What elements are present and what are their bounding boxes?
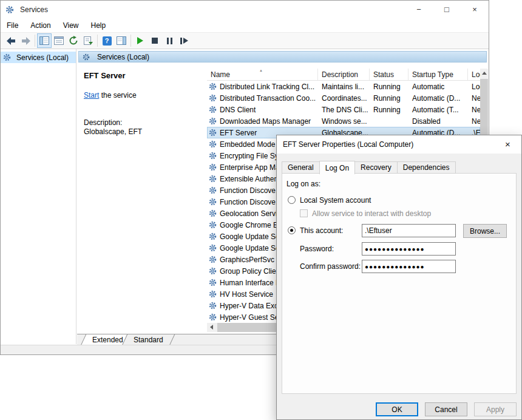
tab-standard[interactable]: Standard bbox=[122, 334, 175, 345]
pane-header-title: Services (Local) bbox=[97, 53, 149, 61]
this-account-radio[interactable] bbox=[288, 226, 296, 234]
toolbar-separator bbox=[35, 35, 35, 47]
service-gear-icon bbox=[209, 209, 217, 217]
service-name: Hyper-V Guest Se... bbox=[220, 313, 285, 322]
show-console-tree-button[interactable] bbox=[37, 33, 52, 48]
column-header-description[interactable]: Description bbox=[318, 69, 370, 80]
column-header-status[interactable]: Status bbox=[370, 69, 408, 80]
service-gear-icon bbox=[209, 83, 217, 90]
tab-general[interactable]: General bbox=[282, 161, 320, 174]
service-row[interactable]: Distributed Transaction Coo... Coordinat… bbox=[207, 92, 480, 104]
tab-log-on[interactable]: Log On bbox=[319, 161, 355, 174]
service-name: Distributed Link Tracking Cl... bbox=[220, 83, 314, 91]
start-service-suffix: the service bbox=[99, 91, 136, 100]
service-gear-icon bbox=[209, 221, 217, 229]
back-button[interactable] bbox=[4, 33, 18, 48]
service-log-on-as: Loc... bbox=[468, 81, 480, 92]
service-name: HV Host Service bbox=[220, 290, 273, 299]
start-service-button[interactable] bbox=[133, 33, 147, 48]
cancel-button[interactable]: Cancel bbox=[425, 402, 467, 416]
interact-with-desktop-label: Allow service to interact with desktop bbox=[312, 209, 431, 218]
menu-file[interactable]: File bbox=[1, 19, 24, 32]
column-header-startup-type[interactable]: Startup Type bbox=[408, 69, 468, 80]
service-status: Running bbox=[370, 81, 408, 92]
ok-button[interactable]: OK bbox=[376, 402, 418, 416]
log-on-tab-page bbox=[282, 173, 517, 394]
maximize-button[interactable]: □ bbox=[433, 1, 461, 18]
service-name: Function Discove... bbox=[220, 198, 282, 206]
service-gear-icon bbox=[209, 94, 217, 102]
restart-icon bbox=[180, 38, 188, 44]
service-gear-icon bbox=[209, 302, 217, 310]
service-name: Encrypting File Sy... bbox=[220, 152, 284, 160]
menu-action[interactable]: Action bbox=[24, 19, 56, 32]
dialog-titlebar[interactable]: EFT Server Properties (Local Computer) × bbox=[277, 135, 521, 154]
service-gear-icon bbox=[209, 186, 217, 194]
scroll-left-icon bbox=[210, 325, 213, 330]
refresh-button[interactable] bbox=[66, 33, 81, 48]
export-list-button[interactable] bbox=[81, 33, 95, 48]
service-name: Function Discove... bbox=[220, 186, 282, 195]
service-gear-icon bbox=[209, 198, 217, 206]
browse-button[interactable]: Browse... bbox=[463, 224, 507, 238]
menu-view[interactable]: View bbox=[57, 19, 85, 32]
service-startup-type: Automatic bbox=[408, 81, 468, 92]
services-node-icon bbox=[3, 53, 12, 61]
interact-with-desktop-checkbox bbox=[300, 209, 308, 217]
service-log-on-as: Net... bbox=[468, 104, 480, 115]
tree-item-services-local[interactable]: Services (Local) bbox=[1, 52, 76, 63]
dialog-close-button[interactable]: × bbox=[494, 135, 521, 153]
service-startup-type: Disabled bbox=[408, 115, 468, 127]
menu-help[interactable]: Help bbox=[85, 19, 112, 32]
properties-button[interactable] bbox=[52, 33, 66, 48]
service-gear-icon bbox=[209, 244, 217, 252]
sort-ascending-icon: ▲ bbox=[259, 69, 263, 72]
local-system-account-radio[interactable] bbox=[288, 196, 296, 204]
dialog-title: EFT Server Properties (Local Computer) bbox=[283, 140, 413, 149]
tab-recovery[interactable]: Recovery bbox=[355, 161, 398, 174]
service-description: Coordinates... bbox=[318, 92, 370, 104]
restart-service-button[interactable] bbox=[177, 33, 191, 48]
forward-button[interactable] bbox=[18, 33, 33, 48]
help-icon: ? bbox=[103, 36, 112, 46]
apply-button[interactable]: Apply bbox=[474, 402, 517, 416]
eft-server-properties-dialog: EFT Server Properties (Local Computer) ×… bbox=[276, 135, 522, 420]
password-input[interactable] bbox=[362, 242, 456, 256]
service-row[interactable]: Downloaded Maps Manager Windows se... Di… bbox=[207, 115, 480, 127]
service-status bbox=[370, 115, 408, 127]
show-action-pane-button[interactable] bbox=[114, 33, 129, 48]
service-gear-icon bbox=[209, 256, 217, 263]
service-startup-type: Automatic (D... bbox=[408, 92, 468, 104]
list-header: ▲ Name Description Status Startup Type L… bbox=[207, 69, 488, 81]
service-name: DNS Client bbox=[220, 106, 256, 114]
help-button[interactable]: ? bbox=[100, 33, 114, 48]
start-service-link[interactable]: Start bbox=[84, 91, 99, 100]
minimize-button[interactable]: − bbox=[405, 1, 433, 18]
toolbar-separator bbox=[130, 35, 131, 47]
service-row[interactable]: DNS Client The DNS Cli... Running Automa… bbox=[207, 104, 480, 115]
service-name: Hyper-V Data Exc... bbox=[220, 302, 284, 310]
service-name: Distributed Transaction Coo... bbox=[220, 94, 316, 103]
tab-dependencies[interactable]: Dependencies bbox=[398, 161, 456, 174]
service-status: Running bbox=[370, 104, 408, 115]
close-button[interactable]: × bbox=[461, 1, 489, 18]
account-input[interactable] bbox=[362, 224, 456, 237]
service-name: Extensible Authen... bbox=[220, 175, 284, 183]
confirm-password-input[interactable] bbox=[362, 260, 456, 273]
scroll-up-icon bbox=[482, 72, 487, 75]
local-system-account-label: Local System account bbox=[300, 196, 371, 205]
service-row[interactable]: Distributed Link Tracking Cl... Maintain… bbox=[207, 81, 480, 92]
service-name: EFT Server bbox=[220, 129, 257, 137]
pause-service-button[interactable] bbox=[162, 33, 177, 48]
service-gear-icon bbox=[209, 152, 217, 160]
services-app-icon bbox=[5, 5, 14, 14]
stop-icon bbox=[152, 38, 158, 44]
service-name: Geolocation Servi... bbox=[220, 209, 283, 218]
desktop: Services − □ × File Action View Help bbox=[0, 0, 522, 420]
service-description: Windows se... bbox=[318, 115, 370, 127]
dialog-tab-strip: General Log On Recovery Dependencies bbox=[282, 160, 456, 174]
stop-service-button[interactable] bbox=[147, 33, 162, 48]
service-description: Maintains li... bbox=[318, 81, 370, 92]
service-gear-icon bbox=[209, 163, 217, 171]
titlebar[interactable]: Services − □ × bbox=[1, 1, 489, 19]
